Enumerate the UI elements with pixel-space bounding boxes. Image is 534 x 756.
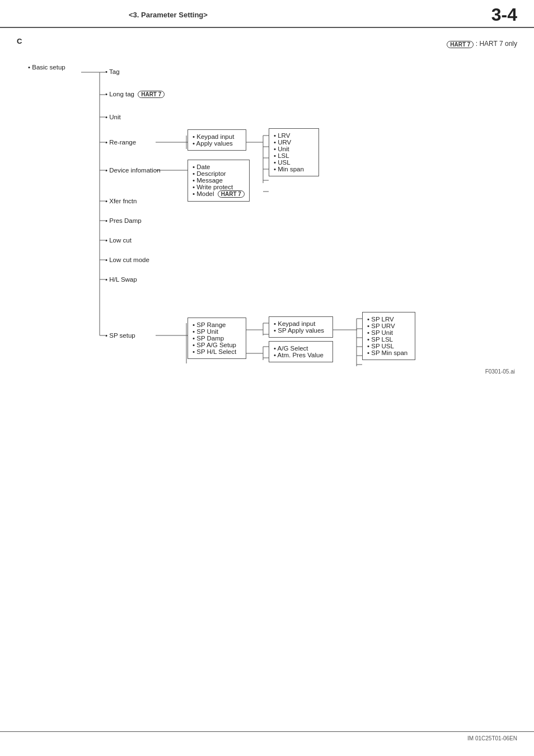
- sp-min-span-item: • SP Min span: [367, 349, 410, 356]
- xfer-item: • Xfer fnctn: [105, 197, 137, 205]
- rerange-level3-box: • LRV • URV • Unit • LSL • USL • Min spa…: [269, 128, 319, 176]
- usl-item: • USL: [274, 159, 314, 166]
- section-label: C: [17, 37, 22, 45]
- tag-item: • Tag: [105, 68, 120, 76]
- header-title-text: <3. Parameter Setting>: [129, 11, 208, 19]
- basic-setup-item: • Basic setup: [28, 63, 65, 71]
- ag-select-item: • A/G Select: [274, 345, 328, 352]
- message-item: • Message: [193, 177, 245, 184]
- long-tag-item: • Long tag HART 7: [105, 90, 165, 98]
- content: C HART 7 : HART 7 only: [0, 28, 534, 384]
- lrv-item: • LRV: [274, 132, 314, 139]
- hl-swap-item: • H/L Swap: [105, 276, 137, 283]
- sp-urv-item: • SP URV: [367, 323, 410, 329]
- diagram: • Basic setup • Tag • Long tag HART 7 • …: [17, 55, 515, 375]
- page-header: <3. Parameter Setting> 3-4: [0, 0, 534, 28]
- date-item: • Date: [193, 164, 245, 170]
- sp-apply-item: • SP Apply values: [274, 327, 328, 334]
- sp-range-item: • SP Range: [193, 321, 241, 328]
- sp-keypad-item: • Keypad input: [274, 320, 328, 327]
- model-item: • Model HART 7: [193, 190, 245, 198]
- sp-hl-select-item: • SP H/L Select: [193, 348, 241, 355]
- hart-only-label: HART 7 : HART 7 only: [445, 40, 517, 48]
- rerange-level2-box: • Keypad input • Apply values: [188, 129, 246, 151]
- lsl-item: • LSL: [274, 152, 314, 159]
- descriptor-item: • Descriptor: [193, 170, 245, 177]
- rerange-item: • Re-range: [105, 138, 136, 146]
- page-number: 3-4: [491, 6, 517, 24]
- sp-unit-l4-item: • SP Unit: [367, 329, 410, 336]
- device-level2-box: • Date • Descriptor • Message • Write pr…: [188, 160, 250, 202]
- sp-lrv-item: • SP LRV: [367, 316, 410, 323]
- urv-item: • URV: [274, 139, 314, 146]
- basic-setup-label: • Basic setup: [28, 64, 65, 71]
- sp-unit-item: • SP Unit: [193, 328, 241, 335]
- hart-badge-model: HART 7: [218, 190, 245, 198]
- hart-badge-header: HART 7: [447, 41, 474, 48]
- sp-lsl-item: • SP LSL: [367, 336, 410, 343]
- sp-ag-setup-item: • SP A/G Setup: [193, 342, 241, 348]
- page-footer: IM 01C25T01-06EN: [0, 731, 534, 745]
- hart-badge-longtag: HART 7: [138, 91, 165, 98]
- min-span-item: • Min span: [274, 166, 314, 172]
- unit-item-l3: • Unit: [274, 146, 314, 152]
- low-cut-mode-item: • Low cut mode: [105, 256, 149, 264]
- sp-ag-box: • A/G Select • Atm. Pres Value: [269, 341, 333, 362]
- sp-damp-item: • SP Damp: [193, 335, 241, 342]
- low-cut-item: • Low cut: [105, 236, 132, 244]
- sp-keypad-box: • Keypad input • SP Apply values: [269, 316, 333, 338]
- pres-damp-item: • Pres Damp: [105, 217, 142, 225]
- sp-level4-box: • SP LRV • SP URV • SP Unit • SP LSL • S…: [362, 312, 415, 360]
- device-info-item: • Device infomation: [105, 166, 161, 174]
- hart-only-text: : HART 7 only: [476, 40, 517, 48]
- header-title: <3. Parameter Setting>: [129, 11, 208, 19]
- atm-pres-item: • Atm. Pres Value: [274, 352, 328, 358]
- diagram-lines: [17, 55, 515, 375]
- rerange-keypad: • Keypad input: [193, 133, 241, 140]
- sp-usl-item: • SP USL: [367, 343, 410, 349]
- file-ref: F0301-05.ai: [485, 368, 515, 375]
- sp-level2-box: • SP Range • SP Unit • SP Damp • SP A/G …: [188, 318, 246, 359]
- rerange-apply: • Apply values: [193, 140, 241, 147]
- sp-setup-item: • SP setup: [105, 332, 135, 339]
- write-protect-item: • Write protect: [193, 184, 245, 190]
- footer-right: IM 01C25T01-06EN: [467, 735, 517, 741]
- unit-item: • Unit: [105, 113, 121, 121]
